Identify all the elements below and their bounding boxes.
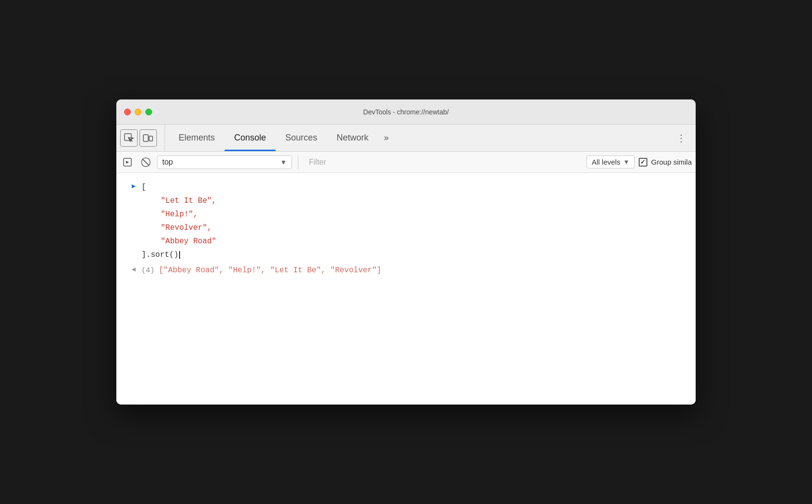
console-string-line-3: "Revolver",: [116, 221, 696, 235]
tab-console[interactable]: Console: [224, 125, 276, 151]
device-toggle-button[interactable]: [140, 129, 157, 147]
console-string-line-2: "Help!",: [116, 208, 696, 221]
context-selector[interactable]: top ▼: [157, 155, 292, 169]
expand-gutter: ►: [116, 182, 141, 192]
filter-placeholder: Filter: [309, 158, 326, 167]
svg-rect-2: [149, 136, 153, 141]
title-bar: DevTools - chrome://newtab/: [116, 99, 696, 125]
devtools-window: DevTools - chrome://newtab/ Elements: [116, 99, 696, 405]
console-string-4: "Abbey Road": [141, 236, 696, 247]
more-tabs-button[interactable]: »: [378, 125, 394, 151]
clear-console-button[interactable]: [139, 155, 153, 169]
svg-line-5: [142, 159, 149, 166]
console-string-line-1: "Let It Be",: [116, 194, 696, 208]
execute-button[interactable]: [120, 155, 135, 169]
group-similar-checkbox[interactable]: ✓: [639, 158, 647, 167]
tab-network[interactable]: Network: [327, 125, 378, 151]
toolbar-divider: [298, 155, 298, 169]
console-string-line-4: "Abbey Road": [116, 235, 696, 248]
group-similar-label: Group simila: [651, 158, 692, 166]
string-value-1: "Let It Be",: [161, 196, 216, 205]
tab-elements[interactable]: Elements: [169, 125, 224, 151]
console-line-content: [: [141, 182, 696, 193]
expand-arrow-icon[interactable]: ►: [132, 182, 136, 192]
console-toolbar: top ▼ Filter All levels ▼ ✓ Group simila: [116, 152, 696, 173]
levels-dropdown-arrow: ▼: [623, 158, 630, 166]
result-arrow-icon[interactable]: ◀: [132, 265, 136, 275]
string-value-3: "Revolver",: [161, 224, 212, 232]
tab-bar: Elements Console Sources Network » ⋮: [116, 125, 696, 152]
console-result-content: (4) ["Abbey Road", "Help!", "Let It Be",…: [141, 265, 696, 277]
result-array: ["Abbey Road", "Help!", "Let It Be", "Re…: [159, 266, 381, 275]
window-title: DevTools - chrome://newtab/: [363, 108, 448, 116]
maximize-button[interactable]: [145, 109, 152, 115]
tab-sources[interactable]: Sources: [276, 125, 327, 151]
console-sort-content: ].sort(): [141, 249, 696, 261]
svg-rect-1: [143, 135, 148, 141]
group-similar-section: ✓ Group simila: [639, 158, 692, 167]
tabs: Elements Console Sources Network »: [169, 125, 671, 151]
close-button[interactable]: [124, 109, 131, 115]
filter-input[interactable]: Filter: [304, 156, 583, 168]
console-input-line: ► [: [116, 181, 696, 194]
inspect-element-button[interactable]: [120, 129, 138, 147]
sort-expression: ].sort(): [141, 251, 179, 259]
result-count: (4): [141, 266, 159, 275]
console-result-line: ◀ (4) ["Abbey Road", "Help!", "Let It Be…: [116, 264, 696, 278]
console-string-1: "Let It Be",: [141, 195, 696, 207]
minimize-button[interactable]: [135, 109, 141, 115]
bracket-open: [: [141, 183, 146, 192]
console-output: ► [ "Let It Be", "Help!", "Revolver",: [116, 173, 696, 405]
string-value-4: "Abbey Road": [161, 237, 216, 246]
console-string-3: "Revolver",: [141, 222, 696, 234]
traffic-lights: [124, 109, 152, 115]
result-gutter: ◀: [116, 265, 141, 275]
toolbar-icons: [120, 125, 165, 151]
context-dropdown-arrow: ▼: [280, 158, 287, 166]
devtools-menu-button[interactable]: ⋮: [671, 125, 692, 151]
string-value-2: "Help!",: [161, 210, 198, 219]
levels-dropdown[interactable]: All levels ▼: [587, 155, 635, 168]
console-sort-line: ].sort(): [116, 248, 696, 262]
console-string-2: "Help!",: [141, 209, 696, 220]
cursor: [179, 251, 180, 259]
